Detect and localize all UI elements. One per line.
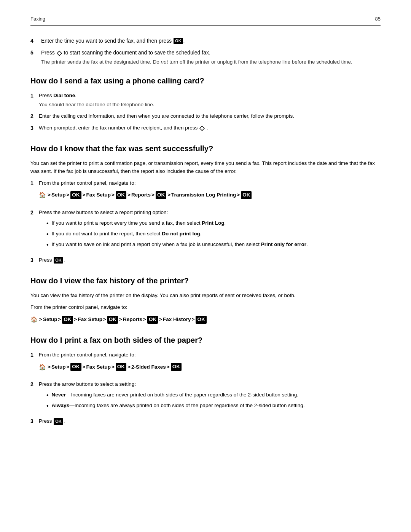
step-5-text2: to start scanning the document and to sa… xyxy=(64,50,210,56)
section2-bullet3: If you want to save on ink and print a r… xyxy=(46,241,381,249)
section4-bullet1-text: Never—Incoming faxes are never printed o… xyxy=(52,391,298,399)
nav3-fax-setup: Fax Setup xyxy=(78,316,102,323)
section3-body2: From the printer control panel, navigate… xyxy=(30,304,381,312)
intro-steps: 4 Enter the time you want to send the fa… xyxy=(30,37,381,66)
section1-steps: 1 Press Dial tone. You should hear the d… xyxy=(30,92,381,133)
nav3-separator-0: > xyxy=(39,316,42,323)
nav3-reports: Reports xyxy=(123,316,142,323)
section1-step1: 1 Press Dial tone. You should hear the d… xyxy=(30,92,381,109)
ok-badge-nav2: OK xyxy=(116,191,126,199)
section1-step2-content: Enter the calling card information, and … xyxy=(39,112,381,120)
section2-step2-content: Press the arrow buttons to select a repo… xyxy=(39,209,381,252)
section4-step2: 2 Press the arrow buttons to select a se… xyxy=(30,380,381,414)
svg-marker-0 xyxy=(57,51,62,56)
section1-step2: 2 Enter the calling card information, an… xyxy=(30,112,381,120)
section1-step1-sub: You should hear the dial tone of the tel… xyxy=(39,101,381,109)
nav-separator-4: > xyxy=(127,191,131,199)
section4-bullet2: Always—Incoming faxes are always printed… xyxy=(46,402,381,411)
nav3-separator-5: > xyxy=(143,316,146,323)
nav3-separator-4: > xyxy=(119,316,122,323)
section2-bullet1: If you want to print a report every time… xyxy=(46,219,381,228)
section4-nav-path: 🏠 > Setup > OK > Fax Setup > OK > 2-Side… xyxy=(39,363,381,372)
section4-steps: 1 From the printer control panel, naviga… xyxy=(30,351,381,425)
section4-step1-text: From the printer control panel, navigate… xyxy=(39,352,135,358)
section2-step2: 2 Press the arrow buttons to select a re… xyxy=(30,209,381,252)
section1-step3-num: 3 xyxy=(30,124,39,132)
section4-heading: How do I print a fax on both sides of th… xyxy=(30,334,381,346)
nav3-fax-history: Fax History xyxy=(163,316,191,323)
section-fax-history: How do I view the fax history of the pri… xyxy=(30,275,381,324)
section2-bullet2: If you do not want to print the report, … xyxy=(46,230,381,239)
bullet1-text: If you want to print a report every time… xyxy=(52,219,226,227)
home-icon-s4: 🏠 xyxy=(39,363,46,372)
section2-step1-content: From the printer control panel, navigate… xyxy=(39,179,381,205)
section2-step2-num: 2 xyxy=(30,209,39,217)
section1-step3: 3 When prompted, enter the fax number of… xyxy=(30,124,381,132)
nav-reports: Reports xyxy=(131,191,151,199)
section3-nav-path: 🏠 > Setup > OK > Fax Setup > OK > Report… xyxy=(30,315,381,324)
section1-step3-content: When prompted, enter the fax number of t… xyxy=(39,124,381,132)
step-5-content: Press to start scanning the document and… xyxy=(41,49,381,66)
nav4-separator-0: > xyxy=(48,363,51,371)
section-calling-card: How do I send a fax using a phone callin… xyxy=(30,75,381,133)
nav3-separator-6: > xyxy=(159,316,162,323)
step-4-text: Enter the time you want to send the fax,… xyxy=(41,38,172,44)
section1-step1-content: Press Dial tone. You should hear the dia… xyxy=(39,92,381,109)
bullet2-text: If you do not want to print the report, … xyxy=(52,230,202,238)
section4-step3-num: 3 xyxy=(30,417,39,425)
section4-step2-content: Press the arrow buttons to select a sett… xyxy=(39,380,381,414)
section2-step3: 3 Press OK. xyxy=(30,256,381,264)
diamond-icon-section1 xyxy=(199,126,205,131)
section2-steps: 1 From the printer control panel, naviga… xyxy=(30,179,381,264)
nav3-separator-3: > xyxy=(103,316,106,323)
ok-badge-nav1: OK xyxy=(70,191,81,199)
section-fax-success: How do I know that the fax was sent succ… xyxy=(30,143,381,264)
nav4-separator-1: > xyxy=(66,363,69,371)
section1-heading: How do I send a fax using a phone callin… xyxy=(30,75,381,86)
home-icon-s3: 🏠 xyxy=(30,315,38,324)
step-4-content: Enter the time you want to send the fax,… xyxy=(41,37,381,45)
nav-separator-1: > xyxy=(66,191,69,199)
section4-step1-num: 1 xyxy=(30,351,39,359)
section4-step1: 1 From the printer control panel, naviga… xyxy=(30,351,381,377)
nav4-separator-5: > xyxy=(167,363,170,371)
section2-step1-text: From the printer control panel, navigate… xyxy=(39,180,135,186)
ok-badge-nav4-3: OK xyxy=(171,363,182,371)
section4-step1-content: From the printer control panel, navigate… xyxy=(39,351,381,377)
nav-separator-0: > xyxy=(48,191,51,199)
nav-transmission: Transmission Log Printing xyxy=(171,191,236,199)
page: Faxing 85 4 Enter the time you want to s… xyxy=(0,0,411,532)
nav4-setup: Setup xyxy=(51,363,66,371)
page-number: 85 xyxy=(375,15,381,23)
ok-badge-nav4-1: OK xyxy=(70,363,81,371)
step-5-note: The printer sends the fax at the designa… xyxy=(41,58,381,66)
section2-bullets: If you want to print a report every time… xyxy=(46,219,381,249)
intro-step-4: 4 Enter the time you want to send the fa… xyxy=(30,37,381,45)
ok-badge-step4: OK xyxy=(174,38,183,44)
section1-step2-text: Enter the calling card information, and … xyxy=(39,113,294,119)
section2-step3-text: Press xyxy=(39,257,52,263)
nav3-separator-1: > xyxy=(58,316,61,323)
section-two-sided: How do I print a fax on both sides of th… xyxy=(30,334,381,425)
nav-separator-3: > xyxy=(112,191,115,199)
section1-step1-text: Press Dial tone. xyxy=(39,93,76,98)
intro-step-5: 5 Press to start scanning the document a… xyxy=(30,49,381,66)
nav-setup: Setup xyxy=(51,191,66,199)
ok-badge-step3-s2: OK xyxy=(54,257,63,264)
section4-step2-text: Press the arrow buttons to select a sett… xyxy=(39,381,136,387)
nav4-two-sided: 2-Sided Faxes xyxy=(131,363,166,371)
nav4-separator-2: > xyxy=(83,363,86,371)
ok-badge-nav4-2: OK xyxy=(116,363,126,371)
step-4-number: 4 xyxy=(30,37,41,45)
section4-step3: 3 Press OK. xyxy=(30,417,381,425)
section2-nav-path: 🏠 > Setup > OK > Fax Setup > OK > Report… xyxy=(39,191,381,200)
header-section-title: Faxing xyxy=(30,15,45,23)
section2-step1: 1 From the printer control panel, naviga… xyxy=(30,179,381,205)
nav4-separator-4: > xyxy=(127,363,131,371)
section2-step2-text: Press the arrow buttons to select a repo… xyxy=(39,209,168,215)
ok-badge-nav3-1: OK xyxy=(62,316,73,324)
section1-step3-text: When prompted, enter the fax number of t… xyxy=(39,125,199,131)
section1-step3-period: . xyxy=(207,125,208,131)
nav-separator-2: > xyxy=(83,191,86,199)
section3-body1: You can view the fax history of the prin… xyxy=(30,292,381,300)
